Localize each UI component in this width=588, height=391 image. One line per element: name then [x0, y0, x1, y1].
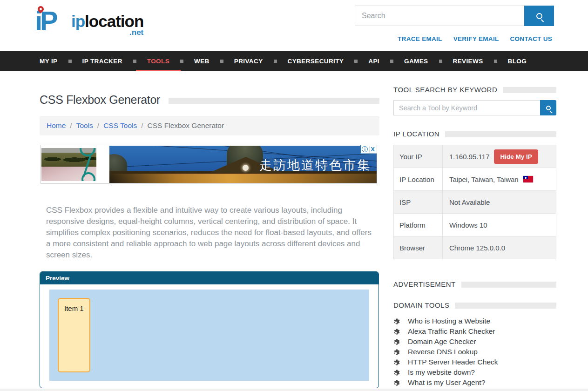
breadcrumb: Home / Tools / CSS Tools / CSS Flexbox G…	[40, 116, 379, 135]
nav-separator	[180, 60, 183, 63]
ip-location-heading: IP LOCATION	[393, 130, 439, 138]
breadcrumb-separator: /	[141, 121, 143, 130]
domain-tool-link[interactable]: Domain Age Checker	[408, 337, 476, 346]
heading-decorative-bar	[445, 131, 556, 137]
row-label: IP Location	[394, 168, 443, 190]
title-decorative-bar	[169, 98, 379, 104]
heading-decorative-bar	[455, 303, 556, 309]
breadcrumb-current: CSS Flexbox Generator	[148, 121, 224, 130]
nav-item-tools[interactable]: TOOLS	[147, 51, 169, 71]
row-value: Taipei, Taiwan, Taiwan	[443, 175, 533, 183]
table-row-platform: Platform Windows 10	[393, 214, 556, 236]
tool-description: CSS Flexbox provides a flexible and intu…	[46, 205, 373, 261]
table-row-browser: Browser Chrome 125.0.0.0	[393, 236, 556, 259]
heading-decorative-bar	[461, 282, 556, 288]
tool-search-heading-row: TOOL SEARCH BY KEYWORD	[393, 86, 556, 94]
hide-my-ip-button[interactable]: Hide My IP	[494, 149, 538, 164]
header-search-button[interactable]	[524, 6, 554, 26]
list-item: Alexa Traffic Rank Checker	[393, 326, 556, 337]
table-row-your-ip: Your IP 1.160.95.117 Hide My IP	[393, 145, 556, 168]
gear-icon	[393, 318, 400, 325]
nav-item-api[interactable]: API	[368, 51, 379, 71]
nav-item-cybersecurity[interactable]: CYBERSECURITY	[288, 51, 344, 71]
domain-tool-link[interactable]: Who is Hosting a Website	[408, 317, 490, 325]
row-value: Not Available	[443, 198, 490, 206]
nav-separator	[274, 60, 277, 63]
ad-right-image[interactable]: 走訪地道特色市集	[109, 146, 377, 183]
nav-separator	[354, 60, 358, 63]
domain-tool-link[interactable]: Is my website down?	[408, 368, 475, 377]
domain-tools-heading: DOMAIN TOOLS	[393, 301, 449, 309]
tool-search-input[interactable]	[393, 100, 540, 115]
ad-left-image[interactable]	[41, 148, 96, 181]
list-item: Who is Hosting a Website	[393, 316, 556, 326]
table-row-isp: ISP Not Available	[393, 191, 556, 214]
domain-tool-link[interactable]: What is my User Agent?	[408, 378, 485, 387]
header-links: TRACE EMAIL VERIFY EMAIL CONTACT US	[398, 35, 552, 42]
ad-banner[interactable]: 走訪地道特色市集 i X	[41, 145, 377, 184]
row-label: Platform	[394, 214, 443, 236]
domain-tool-link[interactable]: Alexa Traffic Rank Checker	[408, 327, 495, 336]
trace-email-link[interactable]: TRACE EMAIL	[398, 35, 442, 42]
list-item: Domain Age Checker	[393, 337, 556, 347]
nav-item-games[interactable]: GAMES	[404, 51, 428, 71]
table-row-ip-location: IP Location Taipei, Taiwan, Taiwan	[393, 168, 556, 191]
row-label: Browser	[394, 236, 443, 259]
tool-search-button[interactable]	[540, 100, 556, 115]
search-icon	[546, 106, 551, 110]
domain-tool-link[interactable]: HTTP Server Header Check	[408, 358, 498, 366]
nav-item-ip-tracker[interactable]: IP TRACKER	[82, 51, 122, 71]
ad-close-icon[interactable]: X	[369, 146, 376, 153]
verify-email-link[interactable]: VERIFY EMAIL	[453, 35, 499, 42]
nav-item-web[interactable]: WEB	[194, 51, 210, 71]
page: iP iplocation .net TRACE EMAIL VERIFY EM…	[0, 0, 588, 391]
ad-clock	[243, 165, 249, 171]
page-title-row: CSS Flexbox Generator	[40, 93, 379, 107]
breadcrumb-separator: /	[70, 121, 72, 130]
gear-icon	[393, 349, 400, 356]
site-logo[interactable]: iP iplocation .net	[35, 4, 151, 44]
tool-search-heading: TOOL SEARCH BY KEYWORD	[393, 86, 497, 94]
nav-item-blog[interactable]: BLOG	[508, 51, 527, 71]
breadcrumb-home[interactable]: Home	[47, 121, 66, 130]
row-label: ISP	[394, 191, 443, 213]
adchoices: i X	[360, 145, 377, 154]
row-value: Windows 10	[443, 221, 487, 229]
row-value: Chrome 125.0.0.0	[443, 244, 505, 252]
row-value: 1.160.95.117 Hide My IP	[443, 149, 538, 164]
flexbox-preview-item[interactable]: Item 1	[58, 298, 90, 372]
nav-separator	[439, 60, 442, 63]
gear-icon	[393, 369, 400, 376]
nav-item-privacy[interactable]: PRIVACY	[234, 51, 263, 71]
logo-mark: iP	[35, 5, 56, 37]
domain-tool-link[interactable]: Reverse DNS Lookup	[408, 348, 478, 356]
header-search	[355, 6, 554, 26]
list-item: Reverse DNS Lookup	[393, 347, 556, 357]
nav-separator	[390, 60, 393, 63]
footer-strip	[0, 389, 588, 391]
ip-location-heading-row: IP LOCATION	[393, 130, 556, 138]
nav-separator	[220, 60, 223, 63]
gear-icon	[393, 328, 400, 335]
preview-panel-body: Item 1	[40, 284, 378, 381]
nav-separator	[68, 60, 72, 63]
ad-building-glow	[109, 174, 377, 183]
breadcrumb-tools[interactable]: Tools	[76, 121, 93, 130]
list-item: Is my website down?	[393, 367, 556, 378]
breadcrumb-css-tools[interactable]: CSS Tools	[103, 121, 137, 130]
search-icon	[536, 13, 542, 19]
header-search-input[interactable]	[355, 6, 524, 26]
nav-item-reviews[interactable]: REVIEWS	[453, 51, 483, 71]
adchoices-info-icon[interactable]: i	[362, 146, 368, 152]
domain-tools-heading-row: DOMAIN TOOLS	[393, 301, 556, 309]
nav-item-my-ip[interactable]: MY IP	[40, 51, 58, 71]
list-item: What is my User Agent?	[393, 378, 556, 388]
ad-caption: 走訪地道特色市集	[259, 157, 371, 174]
gear-icon	[393, 379, 400, 386]
page-title: CSS Flexbox Generator	[40, 93, 160, 107]
contact-us-link[interactable]: CONTACT US	[510, 35, 553, 42]
nav-separator	[494, 60, 497, 63]
preview-panel: Preview Item 1	[40, 271, 379, 388]
breadcrumb-separator: /	[97, 121, 99, 130]
advertisement-heading-row: ADVERTISEMENT	[393, 280, 556, 288]
